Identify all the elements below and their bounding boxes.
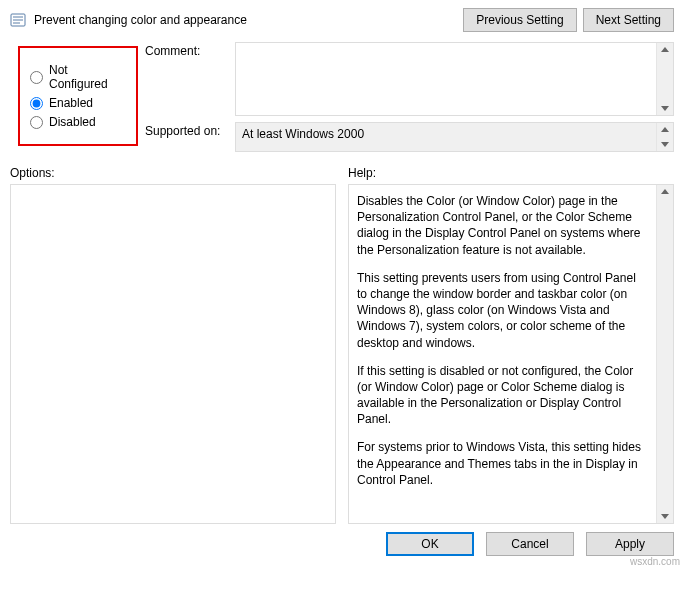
radio-enabled[interactable]: Enabled [30, 96, 122, 110]
page-title: Prevent changing color and appearance [34, 13, 457, 27]
help-paragraph: This setting prevents users from using C… [357, 270, 649, 351]
radio-not-configured[interactable]: Not Configured [30, 63, 122, 91]
radio-not-configured-label: Not Configured [49, 63, 122, 91]
help-panel: Disables the Color (or Window Color) pag… [348, 184, 674, 524]
radio-disabled-label: Disabled [49, 115, 96, 129]
ok-button[interactable]: OK [386, 532, 474, 556]
policy-icon [10, 12, 26, 28]
apply-button[interactable]: Apply [586, 532, 674, 556]
radio-disabled[interactable]: Disabled [30, 115, 122, 129]
options-label: Options: [10, 166, 336, 180]
options-panel [10, 184, 336, 524]
scrollbar[interactable] [656, 185, 673, 523]
watermark: wsxdn.com [630, 556, 680, 567]
help-label: Help: [348, 166, 674, 180]
comment-label: Comment: [145, 42, 235, 116]
scrollbar[interactable] [656, 43, 673, 115]
policy-state-group: Not Configured Enabled Disabled [18, 46, 138, 146]
help-paragraph: If this setting is disabled or not confi… [357, 363, 649, 428]
comment-textarea[interactable] [235, 42, 674, 116]
help-paragraph: Disables the Color (or Window Color) pag… [357, 193, 649, 258]
scrollbar[interactable] [656, 123, 673, 151]
radio-enabled-input[interactable] [30, 97, 43, 110]
cancel-button[interactable]: Cancel [486, 532, 574, 556]
supported-on-value: At least Windows 2000 [242, 127, 364, 141]
help-paragraph: For systems prior to Windows Vista, this… [357, 439, 649, 488]
radio-not-configured-input[interactable] [30, 71, 43, 84]
supported-on-field: At least Windows 2000 [235, 122, 674, 152]
previous-setting-button[interactable]: Previous Setting [463, 8, 576, 32]
next-setting-button[interactable]: Next Setting [583, 8, 674, 32]
supported-on-label: Supported on: [145, 122, 235, 152]
radio-disabled-input[interactable] [30, 116, 43, 129]
radio-enabled-label: Enabled [49, 96, 93, 110]
